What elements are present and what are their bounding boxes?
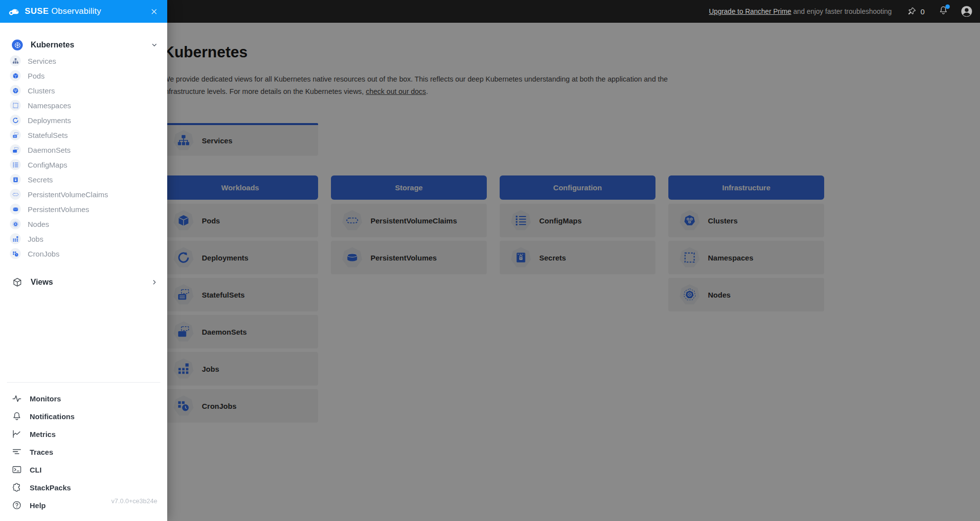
sidebar-item-label: Notifications <box>30 412 75 421</box>
suse-chameleon-logo-icon <box>8 5 21 18</box>
monitors-icon <box>12 393 22 403</box>
nodes-icon <box>10 218 21 229</box>
close-drawer-icon[interactable] <box>150 7 158 16</box>
notifications-icon <box>12 411 22 421</box>
sidebar-item-label: CronJobs <box>28 250 59 258</box>
help-icon <box>12 500 22 510</box>
sidebar-item-notifications[interactable]: Notifications <box>0 407 167 425</box>
sidebar-item-label: Deployments <box>28 116 71 125</box>
sidebar-item-cronjobs[interactable]: CronJobs <box>0 246 167 261</box>
sidebar-item-label: StackPacks <box>30 483 71 492</box>
sidebar-views-label: Views <box>31 278 53 287</box>
sidebar-item-label: Monitors <box>30 394 61 403</box>
jobs-icon <box>10 233 21 244</box>
persistentvolumeclaims-icon <box>10 189 21 200</box>
namespaces-icon <box>10 100 21 111</box>
sidebar-item-label: Secrets <box>28 175 53 184</box>
sidebar-item-metrics[interactable]: Metrics <box>0 425 167 443</box>
daemonsets-icon <box>10 144 21 155</box>
sidebar-item-clusters[interactable]: Clusters <box>0 83 167 98</box>
configmaps-icon <box>10 159 21 170</box>
sidebar-item-traces[interactable]: Traces <box>0 443 167 461</box>
sidebar-item-label: ConfigMaps <box>28 161 67 169</box>
sidebar-item-views[interactable]: Views <box>0 274 167 291</box>
sidebar-item-services[interactable]: Services <box>0 53 167 68</box>
sidebar-item-label: Help <box>30 501 46 510</box>
drawer-header: SUSE Observability <box>0 0 167 23</box>
sidebar-item-label: Services <box>28 57 56 65</box>
sidebar-item-label: Nodes <box>28 220 49 228</box>
sidebar-item-persistentvolumes[interactable]: PersistentVolumes <box>0 202 167 217</box>
sidebar-item-namespaces[interactable]: Namespaces <box>0 98 167 113</box>
version-label: v7.0.0+ce3b24e <box>111 497 157 505</box>
sidebar-kubernetes-label: Kubernetes <box>31 41 74 49</box>
sidebar-item-pods[interactable]: Pods <box>0 68 167 83</box>
sidebar-item-label: Jobs <box>28 235 44 243</box>
services-icon <box>10 55 21 66</box>
user-avatar[interactable] <box>960 5 973 18</box>
sidebar-item-label: Namespaces <box>28 101 71 110</box>
sidebar-item-label: DaemonSets <box>28 146 71 154</box>
sidebar-item-stackpacks[interactable]: StackPacks <box>0 478 167 496</box>
brand-observability: Observability <box>49 6 101 16</box>
cli-icon <box>12 465 22 475</box>
pin-icon[interactable] <box>907 6 917 16</box>
pods-icon <box>10 70 21 81</box>
clusters-icon <box>10 85 21 96</box>
upgrade-message-rest: and enjoy faster troubleshooting <box>792 7 892 15</box>
views-icon <box>12 277 23 287</box>
sidebar-item-secrets[interactable]: Secrets <box>0 172 167 187</box>
pin-count: 0 <box>921 7 925 16</box>
deployments-icon <box>10 115 21 126</box>
sidebar-item-label: PersistentVolumeClaims <box>28 190 108 199</box>
kubernetes-submenu: ServicesPodsClustersNamespacesDeployment… <box>0 53 167 261</box>
brand-suse: SUSE <box>25 6 49 16</box>
sidebar-divider <box>7 382 160 383</box>
sidebar-item-daemonsets[interactable]: DaemonSets <box>0 142 167 157</box>
sidebar-item-label: PersistentVolumes <box>28 205 89 214</box>
sidebar-item-statefulsets[interactable]: StatefulSets <box>0 128 167 142</box>
statefulsets-icon <box>10 130 21 140</box>
stackpacks-icon <box>12 482 22 492</box>
sidebar-spacer <box>0 291 167 382</box>
sidebar-item-persistentvolumeclaims[interactable]: PersistentVolumeClaims <box>0 187 167 202</box>
secrets-icon <box>10 174 21 185</box>
upgrade-message: Upgrade to Rancher Prime and enjoy faste… <box>709 7 892 15</box>
cronjobs-icon <box>10 248 21 259</box>
metrics-icon <box>12 429 22 439</box>
upgrade-rancher-prime-link[interactable]: Upgrade to Rancher Prime <box>709 7 792 15</box>
persistentvolumes-icon <box>10 204 21 215</box>
brand-title: SUSE Observability <box>25 6 101 16</box>
chevron-right-icon[interactable] <box>150 278 158 286</box>
notification-dot <box>945 4 950 9</box>
sidebar-item-label: Traces <box>30 448 53 456</box>
sidebar-item-cli[interactable]: CLI <box>0 461 167 478</box>
sidebar-item-label: CLI <box>30 466 42 474</box>
traces-icon <box>12 447 22 457</box>
sidebar-item-label: Clusters <box>28 87 55 95</box>
sidebar-item-label: Metrics <box>30 430 56 438</box>
kubernetes-icon <box>12 40 23 50</box>
sidebar-item-configmaps[interactable]: ConfigMaps <box>0 157 167 172</box>
drawer-body: Kubernetes ServicesPodsClustersNamespace… <box>0 23 167 521</box>
sidebar-item-jobs[interactable]: Jobs <box>0 231 167 246</box>
sidebar-item-monitors[interactable]: Monitors <box>0 390 167 407</box>
chevron-down-icon[interactable] <box>150 41 158 49</box>
sidebar-item-nodes[interactable]: Nodes <box>0 217 167 231</box>
sidebar-item-deployments[interactable]: Deployments <box>0 113 167 128</box>
navigation-drawer: SUSE Observability Kubernetes ServicesPo… <box>0 0 167 521</box>
sidebar-item-label: StatefulSets <box>28 131 68 139</box>
sidebar-item-label: Pods <box>28 72 45 80</box>
sidebar-item-kubernetes[interactable]: Kubernetes <box>0 37 167 53</box>
